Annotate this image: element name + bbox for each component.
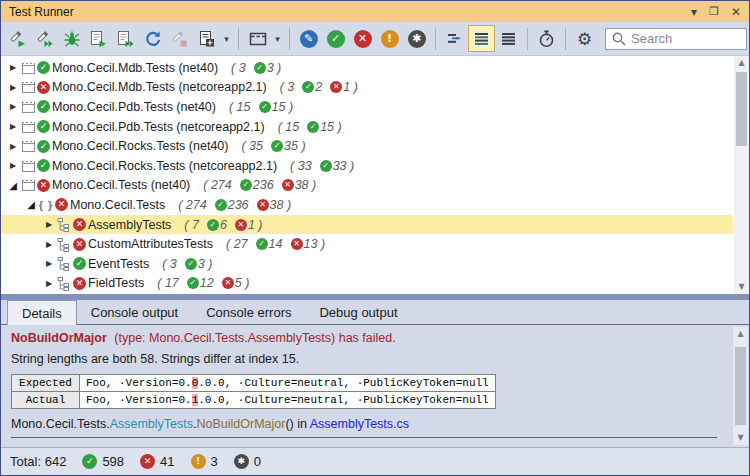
window-title: Test Runner bbox=[9, 5, 74, 19]
expand-icon[interactable]: ▶ bbox=[7, 142, 19, 151]
group-compact-icon[interactable] bbox=[442, 26, 467, 51]
tab-console-output[interactable]: Console output bbox=[77, 301, 192, 325]
expand-icon[interactable]: ▶ bbox=[7, 102, 19, 111]
status-failed-icon: ✕ bbox=[55, 198, 68, 211]
window-position-button[interactable] bbox=[245, 26, 270, 51]
export-dropdown-icon[interactable]: ▾ bbox=[221, 34, 232, 44]
test-tree-panel: ▶✓Mono.Cecil.Mdb.Tests (net40)( 3✓3 )▶✕M… bbox=[1, 56, 749, 294]
assembly-icon bbox=[19, 178, 37, 192]
tree-row[interactable]: ▶✓Mono.Cecil.Pdb.Tests (netcoreapp2.1)( … bbox=[1, 117, 733, 137]
passed-count-icon: ✓ bbox=[240, 179, 252, 191]
collapse-icon[interactable]: ◢ bbox=[7, 180, 19, 191]
skipped-count: 0 bbox=[254, 454, 261, 469]
passed-count-icon: ✓ bbox=[185, 258, 197, 270]
expand-icon[interactable]: ▶ bbox=[43, 279, 55, 288]
tree-scrollbar[interactable]: ▲ ▼ bbox=[734, 56, 749, 294]
tree-row[interactable]: ▶✕CustomAttributesTests( 27✓14✕13 ) bbox=[1, 234, 733, 254]
show-durations-stopwatch-icon[interactable] bbox=[534, 26, 559, 51]
filter-warning-icon[interactable]: ! bbox=[377, 26, 402, 51]
scrollbar-thumb[interactable] bbox=[736, 72, 747, 146]
passed-count-icon: ✓ bbox=[254, 62, 266, 74]
maximize-icon[interactable]: ❐ bbox=[709, 5, 719, 19]
window-position-dropdown-icon[interactable]: ▾ bbox=[272, 34, 283, 44]
expand-icon[interactable]: ▶ bbox=[7, 83, 19, 92]
toolbar-separator bbox=[238, 28, 239, 50]
scroll-down-icon[interactable]: ▼ bbox=[734, 280, 749, 294]
status-failed-icon: ✕ bbox=[73, 277, 86, 290]
close-icon[interactable]: ✕ bbox=[731, 5, 741, 19]
status-failed-icon: ✕ bbox=[73, 238, 86, 251]
stack-namespace: Mono.Cecil.Tests. bbox=[11, 417, 110, 431]
expand-icon[interactable]: ▶ bbox=[43, 220, 55, 229]
test-name: CustomAttributesTests bbox=[88, 237, 213, 251]
expand-icon[interactable]: ▶ bbox=[7, 122, 19, 131]
run-test-until-failure-button[interactable] bbox=[32, 26, 57, 51]
titlebar: Test Runner ▾ ❐ ✕ bbox=[1, 1, 749, 22]
scrollbar-thumb[interactable] bbox=[735, 347, 746, 425]
scroll-up-icon[interactable]: ▲ bbox=[733, 327, 748, 341]
debug-tests-bug-icon[interactable] bbox=[59, 26, 84, 51]
export-results-button[interactable] bbox=[194, 26, 219, 51]
run-test-button[interactable] bbox=[5, 26, 30, 51]
status-passed-icon: ✓ bbox=[37, 120, 50, 133]
failed-count-icon: ✕ bbox=[330, 81, 342, 93]
test-counts: ( 3✓2✕1 ) bbox=[280, 80, 358, 94]
status-passed-icon: ✓ bbox=[37, 61, 50, 74]
tree-row[interactable]: ▶✓Mono.Cecil.Rocks.Tests (net40)( 35✓35 … bbox=[1, 136, 733, 156]
tree-row[interactable]: ▶✕FieldTests( 17✓12✕5 ) bbox=[1, 274, 733, 294]
expand-icon[interactable]: ▶ bbox=[7, 161, 19, 170]
tree-row[interactable]: ◢✕Mono.Cecil.Tests (net40)( 274✓236✕38 ) bbox=[1, 176, 733, 196]
expand-icon[interactable]: ▶ bbox=[43, 240, 55, 249]
tree-row[interactable]: ▶✕AssemblyTests( 7✓6✕1 ) bbox=[1, 215, 733, 235]
filter-skipped-icon[interactable]: ✱ bbox=[404, 26, 429, 51]
test-counts: ( 274✓236✕38 ) bbox=[203, 178, 316, 192]
tab-details[interactable]: Details bbox=[7, 300, 77, 325]
group-flat-icon[interactable] bbox=[496, 26, 521, 51]
window-menu-icon[interactable]: ▾ bbox=[691, 5, 697, 19]
expected-actual-table: ExpectedFoo, ·Version=0.0.0.0, ·Culture=… bbox=[11, 374, 496, 409]
tree-row[interactable]: ▶✕Mono.Cecil.Mdb.Tests (netcoreapp2.1)( … bbox=[1, 78, 733, 98]
refresh-tests-button[interactable] bbox=[140, 26, 165, 51]
filter-failed-icon[interactable]: ✕ bbox=[350, 26, 375, 51]
search-icon bbox=[611, 31, 627, 47]
class-icon bbox=[55, 237, 73, 252]
stack-class[interactable]: AssemblyTests bbox=[110, 417, 193, 431]
details-scrollbar[interactable]: ▲ ▼ bbox=[733, 327, 748, 445]
filter-not-run-icon[interactable]: ✎ bbox=[296, 26, 321, 51]
diff-value: Foo, ·Version=0.0.0.0, ·Culture=neutral,… bbox=[80, 375, 496, 392]
group-detailed-icon[interactable] bbox=[469, 26, 494, 51]
settings-gear-icon[interactable]: ⚙ bbox=[572, 26, 597, 51]
source-file-link[interactable]: AssemblyTests.cs bbox=[310, 417, 409, 431]
scroll-down-icon[interactable]: ▼ bbox=[733, 431, 748, 445]
expand-icon[interactable]: ▶ bbox=[7, 63, 19, 72]
failed-test-name: NoBuildOrMajor bbox=[11, 331, 107, 345]
tree-row[interactable]: ▶✓Mono.Cecil.Mdb.Tests (net40)( 3✓3 ) bbox=[1, 58, 733, 78]
class-icon bbox=[55, 276, 73, 291]
scroll-up-icon[interactable]: ▲ bbox=[734, 56, 749, 70]
toolbar-separator bbox=[565, 28, 566, 50]
expand-icon[interactable]: ▶ bbox=[43, 259, 55, 268]
abort-run-button-disabled[interactable] bbox=[167, 26, 192, 51]
tree-row[interactable]: ▶✓EventTests( 3✓3 ) bbox=[1, 254, 733, 274]
tab-console-errors[interactable]: Console errors bbox=[192, 301, 305, 325]
run-all-until-failure-button[interactable] bbox=[113, 26, 138, 51]
run-all-tests-button[interactable] bbox=[86, 26, 111, 51]
passed-count-icon: ✓ bbox=[259, 101, 271, 113]
passed-count-icon: ✓ bbox=[207, 219, 219, 231]
toolbar-separator bbox=[527, 28, 528, 50]
search-box[interactable] bbox=[605, 28, 747, 50]
details-panel: NoBuildOrMajor (type: Mono.Cecil.Tests.A… bbox=[1, 325, 749, 447]
tree-row[interactable]: ▶✓Mono.Cecil.Pdb.Tests (net40)( 15✓15 ) bbox=[1, 97, 733, 117]
assembly-icon bbox=[19, 120, 37, 134]
test-runner-window: Test Runner ▾ ❐ ✕ ▾ bbox=[0, 0, 750, 476]
assembly-icon bbox=[19, 80, 37, 94]
collapse-icon[interactable]: ◢ bbox=[25, 199, 37, 210]
warning-count: 3 bbox=[211, 454, 218, 469]
filter-passed-icon[interactable]: ✓ bbox=[323, 26, 348, 51]
tab-debug-output[interactable]: Debug output bbox=[305, 301, 411, 325]
passed-count-icon: ✓ bbox=[256, 238, 268, 250]
search-input[interactable] bbox=[631, 31, 741, 46]
stack-method[interactable]: NoBuildOrMajor bbox=[197, 417, 286, 431]
tree-row[interactable]: ◢{ }✕Mono.Cecil.Tests( 274✓236✕38 ) bbox=[1, 195, 733, 215]
tree-row[interactable]: ▶✓Mono.Cecil.Rocks.Tests (netcoreapp2.1)… bbox=[1, 156, 733, 176]
